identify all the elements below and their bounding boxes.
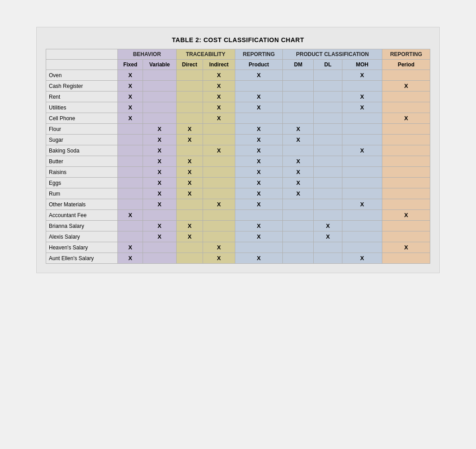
row-cell: X (203, 242, 235, 253)
empty-header (46, 49, 118, 60)
row-cell: X (314, 221, 342, 231)
row-cell (382, 135, 430, 145)
row-cell: X (143, 178, 177, 188)
table-title: TABLE 2: COST CLASSIFICATION CHART (46, 36, 430, 44)
row-cell (342, 167, 382, 178)
row-cell: X (143, 231, 177, 242)
row-cell (283, 199, 314, 210)
row-cell (382, 156, 430, 167)
row-cell: X (203, 92, 235, 102)
row-cell (176, 113, 203, 124)
variable-subheader: Variable (143, 60, 177, 70)
indirect-subheader: Indirect (203, 60, 235, 70)
row-cell (342, 156, 382, 167)
row-cell: X (176, 156, 203, 167)
row-cell: X (118, 113, 143, 124)
row-cell (203, 167, 235, 178)
row-cell (176, 210, 203, 221)
row-cell (203, 231, 235, 242)
row-item-label: Heaven's Salary (46, 242, 118, 253)
row-cell (143, 242, 177, 253)
row-cell: X (176, 178, 203, 188)
row-cell (342, 81, 382, 92)
row-cell: X (235, 92, 283, 102)
row-item-label: Eggs (46, 178, 118, 188)
row-cell: X (235, 199, 283, 210)
row-cell (283, 92, 314, 102)
row-cell (283, 102, 314, 113)
empty-subheader (46, 60, 118, 70)
row-cell (342, 113, 382, 124)
row-cell (203, 135, 235, 145)
row-cell (283, 70, 314, 81)
row-cell: X (235, 178, 283, 188)
row-item-label: Alexis Salary (46, 231, 118, 242)
row-item-label: Aunt Ellen's Salary (46, 253, 118, 264)
row-cell: X (235, 102, 283, 113)
row-cell: X (118, 92, 143, 102)
row-cell (314, 199, 342, 210)
row-cell (143, 70, 177, 81)
product-classification-header: PRODUCT CLASSIFICATION (283, 49, 382, 60)
row-cell (314, 188, 342, 199)
row-cell (382, 231, 430, 242)
row-cell (382, 124, 430, 135)
row-cell (203, 178, 235, 188)
row-cell: X (235, 167, 283, 178)
row-cell (235, 242, 283, 253)
row-cell: X (235, 253, 283, 264)
row-cell (382, 92, 430, 102)
row-item-label: Baking Soda (46, 145, 118, 156)
row-cell: X (203, 70, 235, 81)
reporting-product-header: REPORTING (235, 49, 283, 60)
row-cell (283, 253, 314, 264)
row-cell (382, 199, 430, 210)
row-cell (382, 145, 430, 156)
row-cell: X (235, 124, 283, 135)
row-item-label: Sugar (46, 135, 118, 145)
row-cell: X (382, 242, 430, 253)
row-cell (314, 102, 342, 113)
classification-table: BEHAVIOR TRACEABILITY REPORTING PRODUCT … (46, 49, 430, 264)
row-cell (283, 242, 314, 253)
row-cell: X (203, 81, 235, 92)
row-cell: X (143, 156, 177, 167)
row-cell (118, 156, 143, 167)
row-cell (176, 102, 203, 113)
row-cell (342, 242, 382, 253)
row-cell (342, 221, 382, 231)
row-cell: X (143, 199, 177, 210)
dm-subheader: DM (283, 60, 314, 70)
behavior-header: BEHAVIOR (118, 49, 177, 60)
row-cell (314, 167, 342, 178)
row-cell: X (342, 199, 382, 210)
row-cell (118, 221, 143, 231)
row-cell (382, 253, 430, 264)
row-cell (342, 231, 382, 242)
row-cell: X (143, 124, 177, 135)
direct-subheader: Direct (176, 60, 203, 70)
row-cell: X (235, 135, 283, 145)
row-cell: X (235, 221, 283, 231)
row-cell: X (176, 221, 203, 231)
row-cell (382, 167, 430, 178)
row-cell: X (118, 102, 143, 113)
row-cell (382, 221, 430, 231)
row-cell: X (118, 210, 143, 221)
row-cell (314, 92, 342, 102)
row-cell: X (118, 81, 143, 92)
row-cell (176, 145, 203, 156)
row-cell: X (203, 253, 235, 264)
fixed-subheader: Fixed (118, 60, 143, 70)
row-cell (342, 135, 382, 145)
row-cell: X (143, 167, 177, 178)
row-cell: X (118, 70, 143, 81)
row-item-label: Butter (46, 156, 118, 167)
row-cell: X (283, 124, 314, 135)
row-item-label: Flour (46, 124, 118, 135)
moh-subheader: MOH (342, 60, 382, 70)
row-cell: X (342, 253, 382, 264)
row-cell: X (203, 145, 235, 156)
row-cell (118, 124, 143, 135)
row-cell: X (203, 199, 235, 210)
